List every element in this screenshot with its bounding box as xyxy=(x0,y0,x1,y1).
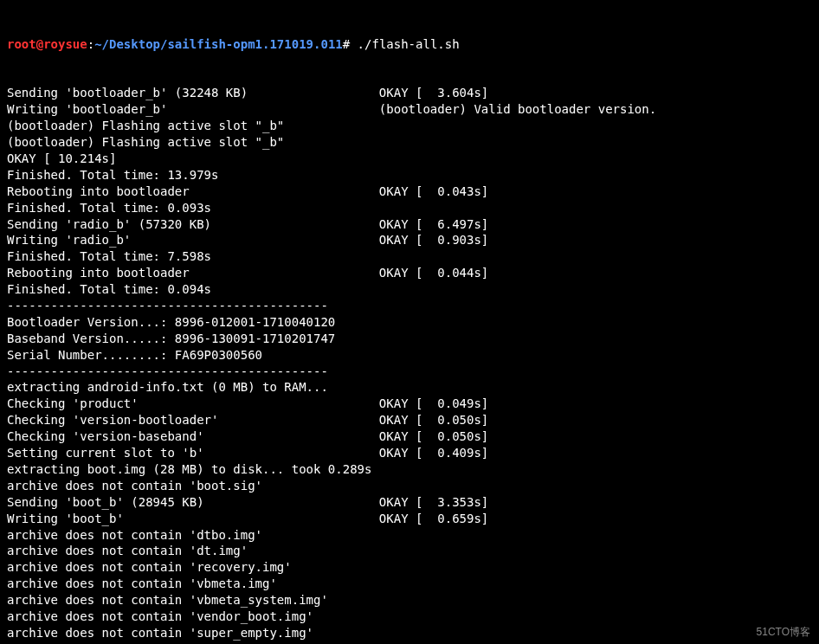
output-line: Finished. Total time: 0.093s xyxy=(7,200,812,216)
output-line: Bootloader Version...: 8996-012001-17100… xyxy=(7,314,812,331)
output-line: Finished. Total time: 7.598s xyxy=(7,248,812,265)
output-line: archive does not contain 'boot.sig' xyxy=(7,478,812,494)
output-line: Serial Number........: FA69P0300560 xyxy=(7,347,812,364)
output-line: Baseband Version.....: 8996-130091-17102… xyxy=(7,331,812,347)
output-line: extracting android-info.txt (0 MB) to RA… xyxy=(7,379,812,396)
output-line: (bootloader) Flashing active slot "_b" xyxy=(7,118,812,134)
output-line: archive does not contain 'recovery.img' xyxy=(7,559,812,576)
output-line: Sending 'radio_b' (57320 KB) OKAY [ 6.49… xyxy=(7,216,812,233)
output-line: extracting boot.img (28 MB) to disk... t… xyxy=(7,461,812,478)
output-line: Rebooting into bootloader OKAY [ 0.043s] xyxy=(7,184,812,200)
output-line: Rebooting into bootloader OKAY [ 0.044s] xyxy=(7,265,812,281)
output-line: Checking 'version-baseband' OKAY [ 0.050… xyxy=(7,428,812,445)
prompt-hash: # xyxy=(343,37,350,51)
output-line: Finished. Total time: 13.979s xyxy=(7,167,812,184)
watermark: 51CTO博客 xyxy=(757,625,810,639)
output-line: archive does not contain 'super_empty.im… xyxy=(7,625,812,641)
output-line: Setting current slot to 'b' OKAY [ 0.409… xyxy=(7,445,812,461)
output-line: Finished. Total time: 0.094s xyxy=(7,281,812,298)
output-line: archive does not contain 'vbmeta_system.… xyxy=(7,592,812,609)
prompt-user: root@roysue xyxy=(7,37,87,51)
prompt-colon: : xyxy=(87,37,94,51)
output-line: Writing 'bootloader_b' (bootloader) Vali… xyxy=(7,101,812,118)
output-line: archive does not contain 'dt.img' xyxy=(7,543,812,559)
output-line: archive does not contain 'vendor_boot.im… xyxy=(7,609,812,625)
output-line: ----------------------------------------… xyxy=(7,364,812,380)
output-lines: Sending 'bootloader_b' (32248 KB) OKAY [… xyxy=(7,85,812,644)
output-line: archive does not contain 'dtbo.img' xyxy=(7,527,812,544)
output-line: ----------------------------------------… xyxy=(7,298,812,314)
output-line: Sending 'boot_b' (28945 KB) OKAY [ 3.353… xyxy=(7,494,812,511)
terminal-output[interactable]: root@roysue:~/Desktop/sailfish-opm1.1710… xyxy=(7,3,812,644)
output-line: Writing 'boot_b' OKAY [ 0.659s] xyxy=(7,511,812,527)
output-line: Sending 'bootloader_b' (32248 KB) OKAY [… xyxy=(7,85,812,101)
command-text: ./flash-all.sh xyxy=(358,37,460,51)
output-line: archive does not contain 'vbmeta.img' xyxy=(7,576,812,592)
output-line: (bootloader) Flashing active slot "_b" xyxy=(7,134,812,151)
output-line: Checking 'version-bootloader' OKAY [ 0.0… xyxy=(7,412,812,428)
output-line: OKAY [ 10.214s] xyxy=(7,151,812,167)
prompt-command xyxy=(350,37,357,51)
output-line: Writing 'radio_b' OKAY [ 0.903s] xyxy=(7,232,812,248)
prompt-path: ~/Desktop/sailfish-opm1.171019.011 xyxy=(94,37,343,51)
output-line: Checking 'product' OKAY [ 0.049s] xyxy=(7,396,812,412)
prompt-line: root@roysue:~/Desktop/sailfish-opm1.1710… xyxy=(7,36,812,53)
